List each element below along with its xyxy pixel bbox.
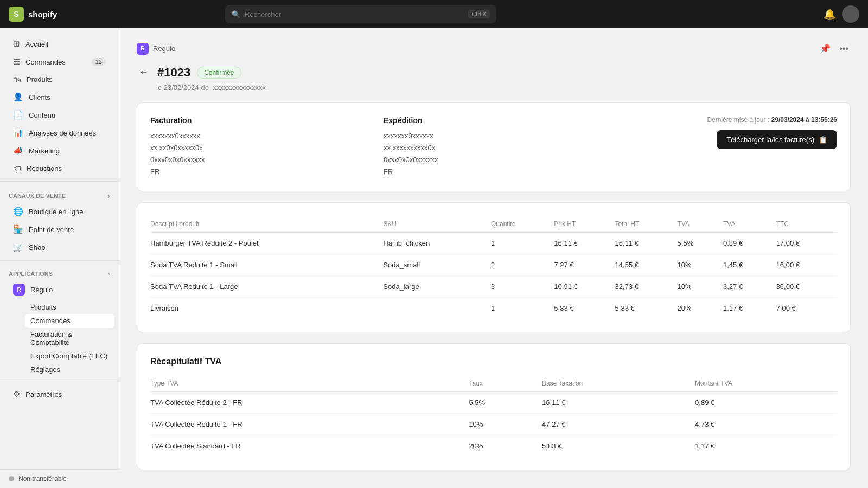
sidebar-item-clients[interactable]: 👤 Clients bbox=[4, 88, 114, 106]
sidebar-item-label: Shop bbox=[29, 243, 45, 252]
pin-button[interactable]: 📌 bbox=[818, 41, 833, 56]
sidebar-item-label: Export Comptable (FEC) bbox=[30, 352, 107, 360]
sidebar-item-label: Facturation & Comptabilité bbox=[30, 330, 109, 346]
parametres-icon: ⚙ bbox=[13, 389, 20, 399]
clients-icon: 👤 bbox=[13, 92, 23, 102]
billing-line-1: xxxxxxx0xxxxxx bbox=[150, 130, 371, 142]
sidebar-item-label: Commandes bbox=[25, 58, 66, 66]
products-icon: 🛍 bbox=[13, 75, 21, 84]
tva-row: TVA Collectée Réduite 1 - FR10%47,27 €4,… bbox=[150, 414, 837, 435]
applications-expand-icon[interactable]: › bbox=[108, 271, 110, 277]
sidebar-item-regulo[interactable]: R Regulo bbox=[4, 280, 114, 299]
sidebar: ⊞ Accueil ☰ Commandes 12 🛍 Produits 👤 Cl… bbox=[0, 28, 119, 488]
boutique-icon: 🌐 bbox=[13, 207, 23, 216]
table-row: Hamburger TVA Reduite 2 - PouletHamb_chi… bbox=[150, 233, 837, 254]
shipping-line-1: xxxxxxx0xxxxxx bbox=[384, 130, 604, 142]
col-tva-amt: TVA bbox=[723, 216, 776, 233]
breadcrumb-text: Regulo bbox=[153, 44, 175, 53]
billing-shipping-grid: Facturation xxxxxxx0xxxxxx xx xx0x0xxxxx… bbox=[150, 116, 837, 178]
avatar[interactable] bbox=[842, 5, 859, 23]
topbar: S shopify 🔍 Ctrl K 🔔 bbox=[0, 0, 868, 28]
sidebar-item-produits-sub[interactable]: Produits bbox=[25, 300, 114, 314]
search-input[interactable] bbox=[245, 10, 464, 18]
order-status-badge: Confirmée bbox=[197, 67, 241, 79]
sidebar-item-contenu[interactable]: 📄 Contenu bbox=[4, 106, 114, 124]
sidebar-item-commandes[interactable]: ☰ Commandes 12 bbox=[4, 53, 114, 70]
sidebar-item-shop[interactable]: 🛒 Shop bbox=[4, 239, 114, 256]
table-row: Livraison15,83 €5,83 €20%1,17 €7,00 € bbox=[150, 298, 837, 319]
order-number: #1023 bbox=[157, 66, 190, 80]
contenu-icon: 📄 bbox=[13, 110, 23, 120]
regulo-subnav: Produits Commandes Facturation & Comptab… bbox=[0, 300, 119, 376]
search-icon: 🔍 bbox=[232, 10, 240, 18]
sidebar-item-pdv[interactable]: 🏪 Point de vente bbox=[4, 221, 114, 238]
sidebar-item-parametres[interactable]: ⚙ Paramètres bbox=[4, 386, 114, 403]
update-datetime: 29/03/2024 à 13:55:26 bbox=[771, 116, 837, 124]
search-shortcut: Ctrl K bbox=[468, 10, 490, 18]
sidebar-item-produits[interactable]: 🛍 Produits bbox=[4, 71, 114, 88]
tva-row: TVA Collectée Réduite 2 - FR5.5%16,11 €0… bbox=[150, 392, 837, 414]
order-date-line: le 23/02/2024 de xxxxxxxxxxxxxxx bbox=[156, 84, 851, 92]
sidebar-item-boutique[interactable]: 🌐 Boutique en ligne bbox=[4, 203, 114, 220]
sidebar-item-marketing[interactable]: 📣 Marketing bbox=[4, 142, 114, 159]
non-transferable-dot bbox=[9, 476, 14, 481]
sidebar-item-label: Marketing bbox=[29, 147, 60, 155]
home-icon: ⊞ bbox=[13, 39, 20, 49]
orders-icon: ☰ bbox=[13, 57, 20, 67]
order-customer: xxxxxxxxxxxxxxx bbox=[213, 84, 266, 92]
col-quantite: Quantité bbox=[491, 216, 554, 233]
sidebar-item-label: Boutique en ligne bbox=[29, 208, 83, 216]
tva-header-row: Type TVA Taux Base Taxation Montant TVA bbox=[150, 375, 837, 392]
sidebar-item-label: Réglages bbox=[30, 365, 60, 374]
sidebar-item-label: Paramètres bbox=[25, 390, 62, 399]
billing-line-3: 0xxx0x0x0xxxxxx bbox=[150, 154, 371, 166]
table-row: Soda TVA Reduite 1 - SmallSoda_small27,2… bbox=[150, 254, 837, 276]
sidebar-item-label: Accueil bbox=[25, 40, 48, 48]
sidebar-item-export[interactable]: Export Comptable (FEC) bbox=[25, 349, 114, 363]
page-top-actions: 📌 ••• bbox=[818, 41, 851, 56]
sidebar-item-commandes-sub[interactable]: Commandes bbox=[25, 314, 114, 328]
download-invoice-button[interactable]: Télécharger la/les facture(s) 📋 bbox=[717, 130, 837, 149]
search-bar[interactable]: 🔍 Ctrl K bbox=[225, 5, 496, 23]
sidebar-item-label: Contenu bbox=[29, 111, 55, 119]
canaux-expand-icon[interactable]: › bbox=[107, 191, 110, 200]
shopify-logo-text: shopify bbox=[28, 10, 57, 19]
regulo-app-icon: R bbox=[13, 284, 25, 296]
sidebar-item-label: Analyses de données bbox=[29, 129, 96, 137]
billing-shipping-card: Facturation xxxxxxx0xxxxxx xx xx0x0xxxxx… bbox=[137, 102, 851, 191]
commandes-badge: 12 bbox=[92, 58, 106, 66]
products-table-card: Descriptif produit SKU Quantité Prix HT … bbox=[137, 202, 851, 332]
sidebar-item-label: Produits bbox=[27, 75, 53, 84]
tva-table: Type TVA Taux Base Taxation Montant TVA … bbox=[150, 375, 837, 457]
col-ttc: TTC bbox=[776, 216, 837, 233]
back-button[interactable]: ← bbox=[137, 65, 151, 80]
sidebar-item-facturation[interactable]: Facturation & Comptabilité bbox=[25, 328, 114, 349]
sidebar-item-reglages[interactable]: Réglages bbox=[25, 363, 114, 376]
shopify-logo[interactable]: S shopify bbox=[9, 7, 57, 22]
tva-col-base: Base Taxation bbox=[542, 375, 695, 392]
tva-summary-title: Récapitulatif TVA bbox=[150, 357, 837, 367]
sidebar-item-reductions[interactable]: 🏷 Réductions bbox=[4, 160, 114, 177]
billing-title: Facturation bbox=[150, 116, 371, 125]
billing-line-2: xx xx0x0xxxxx0x bbox=[150, 142, 371, 154]
invoice-section: Dernière mise à jour : 29/03/2024 à 13:5… bbox=[617, 116, 837, 178]
tva-col-montant: Montant TVA bbox=[695, 375, 837, 392]
notification-bell-icon[interactable]: 🔔 bbox=[824, 8, 835, 20]
col-tva-pct: TVA bbox=[678, 216, 723, 233]
canaux-section-label: Canaux de vente › bbox=[0, 186, 119, 202]
sidebar-divider-2 bbox=[0, 260, 119, 261]
more-options-button[interactable]: ••• bbox=[837, 41, 851, 56]
sidebar-item-label: Commandes bbox=[30, 317, 71, 325]
sidebar-item-label: Point de vente bbox=[29, 226, 74, 234]
sidebar-divider-3 bbox=[0, 381, 119, 381]
sidebar-item-analyses[interactable]: 📊 Analyses de données bbox=[4, 124, 114, 142]
topbar-right: 🔔 bbox=[824, 5, 859, 23]
sidebar-item-label: Regulo bbox=[30, 286, 53, 294]
order-header: ← #1023 Confirmée bbox=[137, 65, 851, 80]
non-transferable-text: Non transférable bbox=[18, 475, 67, 483]
sidebar-item-label: Clients bbox=[29, 93, 50, 101]
col-description: Descriptif produit bbox=[150, 216, 383, 233]
table-header-row: Descriptif produit SKU Quantité Prix HT … bbox=[150, 216, 837, 233]
sidebar-item-accueil[interactable]: ⊞ Accueil bbox=[4, 35, 114, 53]
sidebar-item-label: Produits bbox=[30, 303, 56, 311]
